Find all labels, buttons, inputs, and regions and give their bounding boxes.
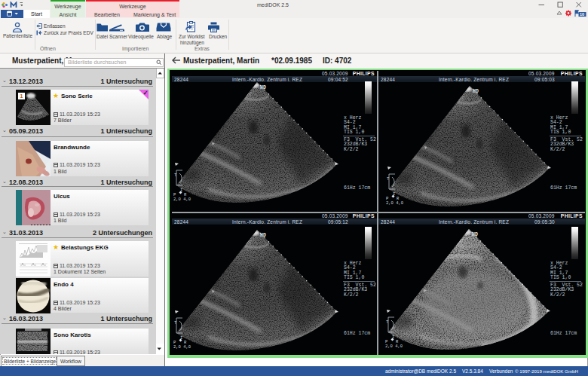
svg-text:HD: HD	[260, 85, 266, 90]
svg-text:10: 10	[580, 12, 584, 17]
svg-text:HD: HD	[473, 89, 479, 94]
svg-text:2,0 4,0: 2,0 4,0	[385, 344, 403, 349]
svg-text:2,0 4,0: 2,0 4,0	[173, 197, 191, 202]
svg-text:2,0 4,0: 2,0 4,0	[173, 344, 191, 350]
svg-text:T: T	[387, 176, 390, 182]
svg-text:2,0 4,0: 2,0 4,0	[386, 200, 403, 206]
svg-text:HD: HD	[260, 233, 266, 238]
svg-text:HD: HD	[472, 232, 478, 237]
svg-text:T: T	[386, 319, 389, 325]
